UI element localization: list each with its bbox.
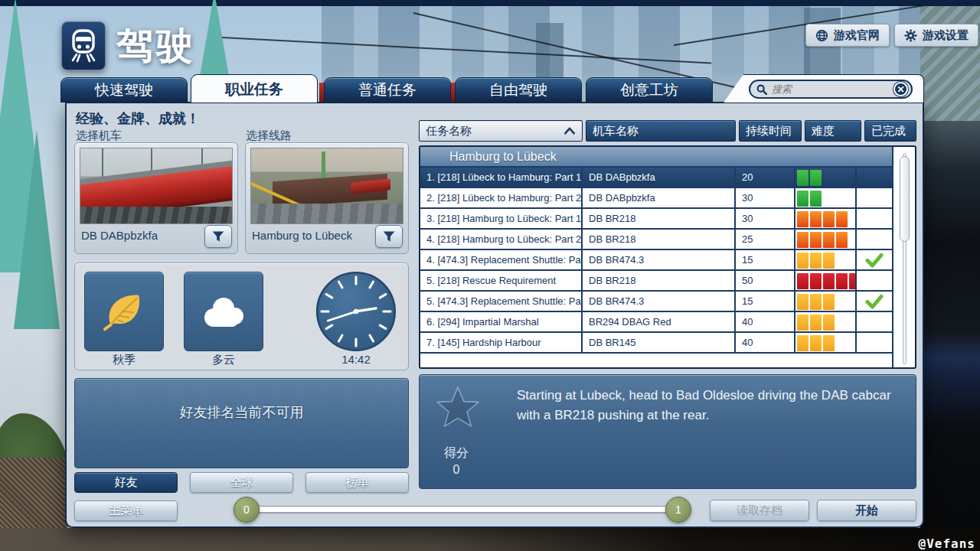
- difficulty-cell: [795, 209, 857, 228]
- column-header-mission-name[interactable]: 任务名称: [419, 120, 583, 142]
- route-picker-card[interactable]: Hamburg to Lübeck: [245, 142, 409, 254]
- loco-picker-label: 选择机车: [76, 129, 122, 143]
- mission-row[interactable]: 5. [474.3] Replacement Shuttle: Part 2DB…: [420, 292, 892, 312]
- loco-picker-card[interactable]: DB DABpbzkfa: [74, 142, 238, 254]
- route-thumbnail: [250, 148, 403, 224]
- tab-standard[interactable]: 普通任务: [324, 77, 451, 103]
- duration-cell: 50: [736, 271, 795, 290]
- difficulty-bar-segment: [823, 273, 835, 289]
- score-label: 得分: [433, 445, 479, 461]
- loco-name-cell: DB BR218: [583, 230, 736, 249]
- mission-name-cell: 5. [474.3] Replacement Shuttle: Part 2: [420, 292, 583, 311]
- difficulty-bar-segment: [797, 211, 808, 227]
- difficulty-bar-segment: [797, 232, 808, 248]
- website-button[interactable]: 游戏官网: [805, 24, 890, 47]
- magnifier-icon: [756, 84, 767, 95]
- app-window: 驾驶 游戏官网 游戏设置 快速驾驶 职业任务 普通任务 自由驾驶 创意工坊: [0, 0, 980, 551]
- season-selector[interactable]: [84, 272, 164, 351]
- difficulty-bar-segment: [836, 273, 848, 289]
- completed-cell: [857, 312, 892, 331]
- tab-free-roam[interactable]: 自由驾驶: [455, 77, 582, 103]
- difficulty-cell: [795, 271, 857, 290]
- duration-cell: 30: [736, 188, 795, 207]
- tab-quick-drive[interactable]: 快速驾驶: [60, 77, 188, 103]
- tab-career[interactable]: 职业任务: [191, 74, 318, 103]
- app-logo: [61, 21, 106, 70]
- settings-button-label: 游戏设置: [923, 28, 969, 43]
- mission-name-cell: 5. [218] Rescue Requirement: [420, 271, 583, 290]
- duration-cell: 15: [736, 292, 795, 311]
- mission-row[interactable]: 3. [218] Hamburg to Lübeck: Part 1DB BR2…: [420, 209, 892, 230]
- search-input[interactable]: [772, 83, 893, 95]
- difficulty-cell: [795, 312, 857, 331]
- completed-cell: [857, 188, 892, 207]
- environment-panel: 秋季 多云: [74, 262, 409, 370]
- difficulty-bar-segment: [823, 335, 835, 351]
- chevron-up-icon: [564, 126, 576, 135]
- loco-name-cell: DB BR218: [583, 271, 736, 290]
- difficulty-bar-segment: [797, 335, 808, 351]
- column-header-duration[interactable]: 持续时间: [739, 120, 802, 142]
- duration-cell: 30: [736, 209, 795, 228]
- score-value: 0: [433, 463, 479, 477]
- funnel-icon: [382, 230, 396, 243]
- weather-selector[interactable]: [184, 272, 263, 351]
- search-clear-button[interactable]: ✕: [893, 82, 908, 96]
- time-label: 14:42: [315, 353, 397, 366]
- difficulty-bar-segment: [797, 253, 808, 269]
- time-selector[interactable]: [315, 270, 397, 353]
- difficulty-bar-segment: [810, 294, 822, 310]
- mission-row[interactable]: 2. [218] Lübeck to Hamburg: Part 2DB DAB…: [420, 188, 892, 209]
- settings-button[interactable]: 游戏设置: [894, 24, 978, 47]
- background-church-spire: [14, 130, 60, 329]
- route-name: Hamburg to Lübeck: [252, 229, 352, 242]
- loco-name-cell: BR294 DBAG Red: [583, 312, 736, 331]
- friends-button[interactable]: 好友: [74, 472, 178, 493]
- mission-row[interactable]: 5. [218] Rescue RequirementDB BR21850: [420, 271, 892, 292]
- mission-name-cell: 3. [218] Hamburg to Lübeck: Part 1: [420, 209, 583, 228]
- difficulty-bar-segment: [836, 232, 848, 248]
- mission-row[interactable]: 7. [145] Hardship HarbourDB BR14540: [420, 333, 892, 354]
- background-platform: [0, 528, 980, 551]
- mission-name-cell: 2. [218] Lübeck to Hamburg: Part 2: [420, 188, 583, 207]
- start-button[interactable]: 开始: [817, 500, 916, 521]
- website-button-label: 游戏官网: [834, 28, 880, 43]
- difficulty-bar-segment: [797, 315, 808, 331]
- completed-cell: [857, 209, 892, 228]
- mission-row[interactable]: 1. [218] Lübeck to Hamburg: Part 1DB DAB…: [420, 168, 892, 188]
- check-icon: [865, 294, 884, 309]
- difficulty-cell: [795, 230, 857, 249]
- route-group-header: Hamburg to Lübeck: [420, 147, 892, 168]
- duration-cell: 15: [736, 250, 795, 269]
- main-menu-button[interactable]: 主菜单: [74, 500, 178, 521]
- mission-row[interactable]: 6. [294] Impartial MarshalBR294 DBAG Red…: [420, 312, 892, 333]
- mission-row[interactable]: 4. [474.3] Replacement Shuttle: Part 1DB…: [420, 250, 892, 271]
- save-slider-track[interactable]: [247, 506, 680, 513]
- mission-description: Starting at Lubeck, head to Bad Oldesloe…: [517, 386, 906, 426]
- difficulty-bar-segment: [836, 211, 848, 227]
- route-filter-button[interactable]: [375, 225, 403, 248]
- leaderboard-button[interactable]: 榜单: [305, 472, 409, 493]
- tab-workshop[interactable]: 创意工坊: [586, 77, 713, 103]
- difficulty-cell: [795, 250, 857, 269]
- load-save-button[interactable]: 读取存档: [710, 500, 809, 521]
- loco-name-cell: DB BR474.3: [583, 250, 736, 269]
- difficulty-cell: [795, 333, 857, 352]
- loco-name-cell: DB BR145: [583, 333, 736, 352]
- duration-cell: 40: [736, 333, 795, 352]
- loco-filter-button[interactable]: [204, 225, 232, 248]
- global-button[interactable]: 全球: [190, 472, 293, 493]
- column-header-difficulty[interactable]: 难度: [805, 120, 861, 142]
- difficulty-bar-segment: [823, 294, 835, 310]
- search-box[interactable]: ✕: [749, 80, 913, 99]
- column-header-completed[interactable]: 已完成: [864, 120, 916, 142]
- route-picker-label: 选择线路: [246, 129, 292, 143]
- scrollbar-thumb[interactable]: [900, 156, 910, 242]
- slider-knob-max[interactable]: 1: [665, 497, 691, 523]
- column-header-loco-name[interactable]: 机车名称: [586, 120, 736, 142]
- slider-knob-min[interactable]: 0: [234, 497, 260, 523]
- difficulty-bar-segment: [810, 232, 822, 248]
- difficulty-cell: [795, 292, 857, 311]
- loco-name: DB DABpbzkfa: [81, 229, 158, 242]
- mission-row[interactable]: 4. [218] Hamburg to Lübeck: Part 2DB BR2…: [420, 230, 892, 250]
